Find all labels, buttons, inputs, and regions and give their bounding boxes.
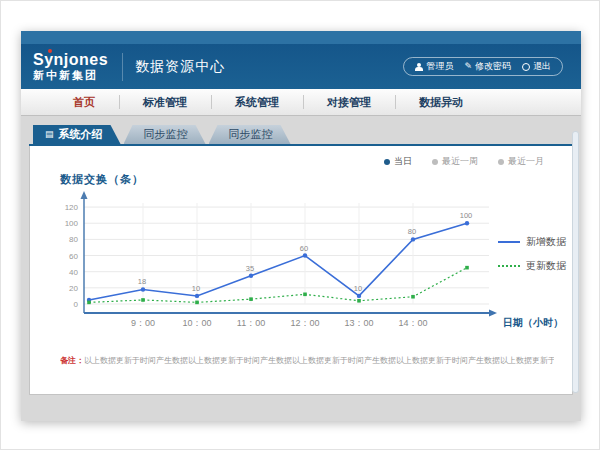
user-menu-admin[interactable]: 管理员 [415, 60, 453, 73]
svg-text:80: 80 [69, 235, 78, 244]
logo-text: Synjones [33, 52, 108, 68]
svg-text:35: 35 [246, 264, 254, 273]
svg-text:11：00: 11：00 [237, 318, 265, 328]
username-label: 管理员 [426, 60, 453, 73]
svg-text:10：00: 10：00 [182, 318, 211, 328]
footer-note: 备注：以上数据更新于时间产生数据以上数据更新于时间产生数据以上数据更新于时间产生… [60, 355, 554, 366]
logo-red-dot-icon [48, 49, 52, 53]
main-nav: 首页 标准管理 系统管理 对接管理 数据异动 [21, 89, 581, 116]
tab-bar: ▤ 系统介绍 同步监控 同步监控 [33, 125, 581, 144]
header: Synjones 新中新集团 数据资源中心 管理员 ✎ 修改密码 退出 [21, 44, 581, 89]
nav-item-label: 系统管理 [235, 95, 279, 110]
nav-item-label: 标准管理 [143, 95, 187, 110]
svg-text:18: 18 [138, 277, 146, 286]
app-window: Synjones 新中新集团 数据资源中心 管理员 ✎ 修改密码 退出 [21, 31, 581, 421]
logout-label: 退出 [533, 60, 551, 73]
svg-text:10: 10 [354, 284, 362, 293]
radio-today[interactable]: 当日 [384, 155, 412, 168]
radio-label: 最近一月 [508, 155, 544, 168]
nav-item-standard-mgmt[interactable]: 标准管理 [119, 89, 211, 115]
nav-item-home[interactable]: 首页 [49, 89, 119, 115]
svg-text:100: 100 [460, 211, 473, 220]
chart-legend: 新增数据 更新数据 [498, 235, 566, 273]
note-text: 以上数据更新于时间产生数据以上数据更新于时间产生数据以上数据更新于时间产生数据以… [84, 356, 554, 365]
screenshot-frame: Synjones 新中新集团 数据资源中心 管理员 ✎ 修改密码 退出 [0, 0, 600, 450]
tab-label: 同步监控 [229, 125, 273, 144]
radio-last-month[interactable]: 最近一月 [498, 155, 544, 168]
user-menu: 管理员 ✎ 修改密码 退出 [403, 57, 563, 76]
tab-label: 同步监控 [144, 125, 188, 144]
svg-text:40: 40 [69, 268, 78, 277]
nav-item-interface-mgmt[interactable]: 对接管理 [303, 89, 395, 115]
user-icon [415, 63, 423, 71]
logo-subtext: 新中新集团 [33, 70, 108, 81]
legend-line-solid-icon [498, 241, 520, 243]
radio-last-week[interactable]: 最近一周 [432, 155, 478, 168]
nav-item-label: 首页 [73, 95, 95, 110]
svg-text:0: 0 [74, 300, 79, 309]
header-top-strip [21, 31, 581, 44]
radio-dot-icon [432, 159, 438, 165]
app-title: 数据资源中心 [135, 58, 225, 76]
legend-line-dotted-icon [498, 265, 520, 267]
power-icon [522, 63, 530, 71]
nav-item-label: 对接管理 [327, 95, 371, 110]
svg-text:日期（小时）: 日期（小时） [503, 317, 563, 328]
radio-dot-icon [498, 159, 504, 165]
svg-text:13：00: 13：00 [344, 318, 373, 328]
svg-text:80: 80 [408, 227, 416, 236]
time-filter: 当日 最近一周 最近一月 [30, 146, 572, 168]
note-label: 备注： [60, 356, 84, 365]
content-card: 当日 最近一周 最近一月 数据交换（条） 0204060801001209：00… [29, 146, 573, 395]
change-password-button[interactable]: ✎ 修改密码 [464, 60, 511, 73]
tab-sync-monitor-2[interactable]: 同步监控 [209, 125, 291, 144]
svg-text:20: 20 [69, 284, 78, 293]
window-scrollbar[interactable] [572, 131, 579, 393]
nav-item-data-change[interactable]: 数据异动 [395, 89, 487, 115]
chart-y-axis-title: 数据交换（条） [60, 172, 572, 187]
radio-label: 最近一周 [442, 155, 478, 168]
svg-text:100: 100 [65, 219, 79, 228]
line-chart-svg: 0204060801001209：0010：0011：0012：0013：001… [34, 189, 569, 335]
tab-sync-monitor-1[interactable]: 同步监控 [124, 125, 206, 144]
header-divider [122, 53, 123, 81]
radio-dot-icon [384, 159, 390, 165]
legend-item-update-data: 更新数据 [498, 259, 566, 273]
company-logo: Synjones 新中新集团 [33, 52, 122, 81]
legend-label: 更新数据 [526, 259, 566, 273]
tab-system-intro[interactable]: ▤ 系统介绍 [33, 125, 121, 144]
radio-label: 当日 [394, 155, 412, 168]
legend-label: 新增数据 [526, 235, 566, 249]
svg-text:12：00: 12：00 [290, 318, 319, 328]
change-password-label: 修改密码 [475, 60, 511, 73]
nav-item-system-mgmt[interactable]: 系统管理 [211, 89, 303, 115]
svg-text:14：00: 14：00 [398, 318, 427, 328]
svg-text:9：00: 9：00 [131, 318, 155, 328]
tab-label: 系统介绍 [59, 125, 103, 144]
edit-icon: ✎ [464, 62, 472, 71]
svg-text:60: 60 [69, 252, 78, 261]
svg-text:120: 120 [65, 203, 79, 212]
logout-button[interactable]: 退出 [522, 60, 551, 73]
svg-text:10: 10 [192, 284, 200, 293]
line-chart: 0204060801001209：0010：0011：0012：0013：001… [34, 189, 572, 339]
nav-item-label: 数据异动 [419, 95, 463, 110]
svg-text:60: 60 [300, 244, 308, 253]
document-icon: ▤ [45, 130, 54, 139]
legend-item-new-data: 新增数据 [498, 235, 566, 249]
